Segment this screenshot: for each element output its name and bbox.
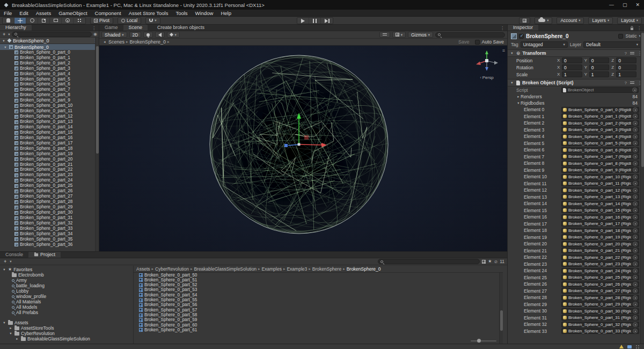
asset-zoom-slider[interactable] xyxy=(471,340,496,341)
object-picker-icon[interactable] xyxy=(633,248,638,253)
hierarchy-item[interactable]: Broken_Sphere_0_part_9 xyxy=(0,98,99,103)
search-by-type-icon[interactable] xyxy=(482,260,486,264)
hierarchy-item[interactable]: Broken_Sphere_0_part_33 xyxy=(0,226,99,231)
object-reference-field[interactable]: Broken_Sphere_0_part_29 (Rigidbody) xyxy=(561,301,639,307)
hierarchy-item[interactable]: Broken_Sphere_0_part_2 xyxy=(0,61,99,66)
object-picker-icon[interactable] xyxy=(633,134,638,139)
chevron-down-icon[interactable]: ▾ xyxy=(2,267,6,272)
panel-menu-icon[interactable]: ⋮ xyxy=(92,26,96,31)
object-reference-field[interactable]: Broken_Sphere_0_part_7 (Rigidbody) xyxy=(561,154,639,159)
hierarchy-item[interactable]: Broken_Sphere_0_part_21 xyxy=(0,162,99,168)
chevron-down-icon[interactable]: ▾ xyxy=(510,51,514,55)
create-asset-button[interactable]: + xyxy=(3,259,8,264)
hierarchy-item[interactable]: Broken_Sphere_0_part_15 xyxy=(0,130,99,135)
services-button[interactable] xyxy=(519,17,530,24)
object-reference-field[interactable]: Broken_Sphere_0_part_16 (Rigidbody) xyxy=(561,214,639,220)
maximize-button[interactable]: ▢ xyxy=(623,2,627,8)
hierarchy-item[interactable]: Broken_Sphere_0_part_11 xyxy=(0,108,99,114)
project-search-input[interactable] xyxy=(378,259,480,264)
chevron-right-icon[interactable]: ▸ xyxy=(9,326,13,331)
slider-knob[interactable] xyxy=(477,339,481,343)
folder-item[interactable]: ▸ BreakableGlassSimpleSolution xyxy=(0,336,133,341)
object-picker-icon[interactable] xyxy=(633,268,638,273)
hierarchy-item[interactable]: Broken_Sphere_0_part_18 xyxy=(0,146,99,151)
chevron-down-icon[interactable]: ▾ xyxy=(510,81,514,85)
lock-icon[interactable] xyxy=(630,26,634,31)
object-picker-icon[interactable] xyxy=(633,121,638,126)
effects-dropdown[interactable]: ▾ xyxy=(167,32,179,38)
object-reference-field[interactable]: Broken_Sphere_0_part_25 (Rigidbody) xyxy=(561,274,639,280)
hierarchy-item[interactable]: Broken_Sphere_0_part_7 xyxy=(0,88,99,93)
object-picker-icon[interactable] xyxy=(633,315,638,320)
static-checkbox[interactable] xyxy=(618,34,623,39)
scene-header-row[interactable]: ▾ BrokenSphere_0 ⋮ xyxy=(0,38,99,44)
active-checkbox[interactable] xyxy=(519,34,524,39)
hierarchy-item[interactable]: Broken_Sphere_0_part_34 xyxy=(0,231,99,237)
object-picker-icon[interactable] xyxy=(632,88,637,92)
object-picker-icon[interactable] xyxy=(633,181,638,186)
tool-settings-button[interactable] xyxy=(379,32,390,38)
chevron-down-icon[interactable]: ▾ xyxy=(2,321,6,325)
object-picker-icon[interactable] xyxy=(633,148,638,152)
hierarchy-item[interactable]: Broken_Sphere_0_part_12 xyxy=(0,114,99,119)
object-picker-icon[interactable] xyxy=(633,154,638,159)
breadcrumb-item[interactable]: CyberRevolution ▸ xyxy=(155,266,192,272)
pause-button[interactable] xyxy=(309,18,321,24)
broken-object-component-header[interactable]: ▾ Broken Object (Script) ? ⋮ xyxy=(508,79,644,86)
object-reference-field[interactable]: Broken_Sphere_0_part_19 (Rigidbody) xyxy=(561,234,639,240)
projection-label[interactable]: ‹Persp xyxy=(474,75,500,80)
object-reference-field[interactable]: Broken_Sphere_0_part_31 (Rigidbody) xyxy=(561,315,639,321)
favorites-item[interactable]: window_profile xyxy=(0,294,133,299)
search-by-label-icon[interactable]: ★ xyxy=(488,259,492,264)
folder-item[interactable]: ▸ AssetStoreTools xyxy=(0,325,133,331)
y-value-field[interactable]: 1 xyxy=(589,71,610,77)
object-picker-icon[interactable] xyxy=(633,161,638,166)
asset-item[interactable]: Broken_Sphere_0_part_57 xyxy=(134,308,503,312)
message-icon[interactable] xyxy=(627,345,632,348)
scrollbar-thumb[interactable] xyxy=(641,33,644,167)
hierarchy-item[interactable]: Broken_Sphere_0_part_13 xyxy=(0,119,99,125)
inspector-scrollbar[interactable] xyxy=(640,32,644,344)
z-value-field[interactable]: 0 xyxy=(616,57,636,63)
tab-hierarchy[interactable]: Hierarchy xyxy=(0,25,32,31)
hierarchy-item[interactable]: Broken_Sphere_0_part_26 xyxy=(0,188,99,194)
object-reference-field[interactable]: Broken_Sphere_0_part_11 (Rigidbody) xyxy=(561,180,639,186)
object-reference-field[interactable]: Broken_Sphere_0_part_1 (Rigidbody) xyxy=(561,113,639,119)
object-picker-icon[interactable] xyxy=(633,114,638,119)
create-asset-caret-icon[interactable]: ▾ xyxy=(10,259,11,264)
tab-game[interactable]: Game xyxy=(99,25,123,31)
object-reference-field[interactable]: Broken_Sphere_0_part_17 (Rigidbody) xyxy=(561,221,639,227)
object-reference-field[interactable]: Broken_Sphere_0_part_9 (Rigidbody) xyxy=(561,167,639,173)
scrollbar-thumb[interactable] xyxy=(500,310,503,331)
help-icon[interactable]: ? xyxy=(625,51,627,56)
breadcrumb-item[interactable]: BrokenSphere_0 ▸ xyxy=(130,39,170,45)
object-reference-field[interactable]: Broken_Sphere_0_part_23 (Rigidbody) xyxy=(561,261,639,267)
favorites-item[interactable]: battle_loading xyxy=(0,283,133,288)
object-picker-icon[interactable] xyxy=(633,295,638,300)
object-reference-field[interactable]: Broken_Sphere_0_part_21 (Rigidbody) xyxy=(561,248,639,253)
layers-dropdown[interactable]: Layers▾ xyxy=(588,17,613,24)
y-value-field[interactable]: 0 xyxy=(589,64,610,70)
hierarchy-item[interactable]: Broken_Sphere_0_part_5 xyxy=(0,77,99,82)
object-reference-field[interactable]: Broken_Sphere_0_part_4 (Rigidbody) xyxy=(561,134,639,140)
object-reference-field[interactable]: Broken_Sphere_0_part_24 (Rigidbody) xyxy=(561,268,639,274)
object-reference-field[interactable]: Broken_Sphere_0_part_33 (Rigidbody) xyxy=(561,328,639,334)
object-reference-field[interactable]: Broken_Sphere_0_part_15 (Rigidbody) xyxy=(561,207,639,213)
tag-dropdown[interactable]: Untagged▾ xyxy=(521,41,568,48)
hierarchy-item[interactable]: Broken_Sphere_0_part_30 xyxy=(0,210,99,215)
viewport-menu-icon[interactable]: ≡ xyxy=(502,48,505,53)
assets-root-folder[interactable]: ▾ Assets xyxy=(0,320,133,325)
object-picker-icon[interactable] xyxy=(633,221,638,226)
x-value-field[interactable]: 0 xyxy=(562,57,582,63)
object-picker-icon[interactable] xyxy=(633,235,638,239)
asset-item[interactable]: Broken_Sphere_0_part_60 xyxy=(134,323,503,328)
hierarchy-item[interactable]: Broken_Sphere_0_part_24 xyxy=(0,178,99,184)
presets-icon[interactable] xyxy=(630,81,634,85)
hidden-packages-icon[interactable]: ⊘ xyxy=(494,259,497,264)
hierarchy-item[interactable]: Broken_Sphere_0_part_31 xyxy=(0,215,99,221)
custom-tools-button[interactable] xyxy=(74,18,85,24)
chevron-down-icon[interactable]: ▾ xyxy=(2,39,6,43)
eye-icon[interactable]: ◉ xyxy=(93,32,97,37)
renderers-foldout[interactable]: ▸ Renderers 84 xyxy=(508,93,644,100)
tab-project[interactable]: Project xyxy=(28,251,61,258)
